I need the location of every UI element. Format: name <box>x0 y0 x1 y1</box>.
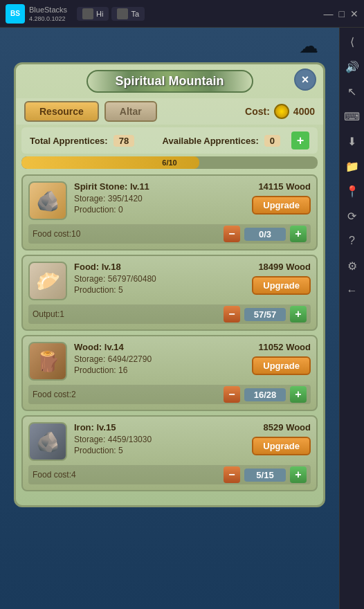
total-apprentices-value: 78 <box>113 135 134 147</box>
panel-title: Spiritual Mountain <box>116 74 224 88</box>
resource-header-0: 🪨 Spirit Stone: lv.11 Storage: 395/1420 … <box>28 181 311 220</box>
close-window-icon[interactable]: ✕ <box>350 8 358 19</box>
resource-production-3: Production: 5 <box>74 446 245 455</box>
sidebar-rotate-icon[interactable]: ⟳ <box>344 208 361 224</box>
sidebar-settings-icon[interactable]: ⚙ <box>344 257 361 274</box>
game-area: ☁ Spiritual Mountain × Resource Altar Co… <box>0 28 339 609</box>
sidebar-back-icon[interactable]: ← <box>344 282 361 299</box>
cost-value: 4000 <box>293 106 315 117</box>
resource-right-2: 11052 Wood Upgrade <box>252 342 311 375</box>
bs-tab-0[interactable]: Hi <box>77 7 109 21</box>
bs-tab-1[interactable]: Ta <box>111 7 145 21</box>
stepper-value-3: 5/15 <box>244 469 286 482</box>
footer-label-3: Food cost:4 <box>33 470 76 480</box>
panel-title-bg: Spiritual Mountain <box>87 70 253 93</box>
sidebar-location-icon[interactable]: 📍 <box>344 183 361 199</box>
footer-label-2: Food cost:2 <box>33 390 76 399</box>
cloud-decoration: ☁ <box>299 35 318 57</box>
stepper-0: − 0/3 + <box>224 226 307 242</box>
resource-header-1: 🥟 Food: lv.18 Storage: 56797/60480 Produ… <box>28 262 311 300</box>
resource-name-3: Iron: lv.15 <box>74 422 245 433</box>
footer-label-0: Food cost:10 <box>33 229 80 239</box>
resource-footer-0: Food cost:10 − 0/3 + <box>28 224 311 244</box>
panel-title-bar: Spiritual Mountain × <box>16 64 323 96</box>
bluestacks-title: BlueStacks 4.280.0.1022 <box>29 6 67 22</box>
resource-storage-3: Storage: 4459/13030 <box>74 435 245 444</box>
cost-label: Cost: <box>245 106 270 117</box>
stepper-minus-0[interactable]: − <box>224 226 240 242</box>
minimize-icon[interactable]: — <box>324 8 334 19</box>
sidebar-download-icon[interactable]: ⬇ <box>344 133 361 149</box>
bs-tab-icon-0 <box>82 8 93 19</box>
bs-tab-icon-1 <box>117 8 128 19</box>
panel-close-button[interactable]: × <box>294 69 316 91</box>
stepper-plus-2[interactable]: + <box>290 386 307 403</box>
bs-controls: — □ ✕ <box>324 8 358 19</box>
tab-altar[interactable]: Altar <box>104 101 157 122</box>
available-apprentices-value: 0 <box>264 135 280 147</box>
resource-info-1: Food: lv.18 Storage: 56797/60480 Product… <box>74 262 245 295</box>
stepper-plus-0[interactable]: + <box>290 226 307 242</box>
stepper-1: − 57/57 + <box>224 306 307 322</box>
cost-area: Cost: 4000 <box>245 104 315 119</box>
resource-storage-0: Storage: 395/1420 <box>74 194 245 203</box>
maximize-icon[interactable]: □ <box>339 8 345 19</box>
stepper-value-2: 16/28 <box>244 388 286 401</box>
tabs-row: Resource Altar Cost: 4000 <box>16 98 323 125</box>
bluestacks-logo: BS <box>6 4 25 24</box>
resource-name-0: Spirit Stone: lv.11 <box>74 181 245 192</box>
total-apprentices-label: Total Apprentices: <box>30 136 108 146</box>
upgrade-button-0[interactable]: Upgrade <box>252 196 311 215</box>
upgrade-button-3[interactable]: Upgrade <box>252 437 311 455</box>
upgrade-button-2[interactable]: Upgrade <box>252 356 311 375</box>
resource-storage-2: Storage: 6494/22790 <box>74 354 245 364</box>
sidebar-keyboard-icon[interactable]: ⌨ <box>344 108 361 125</box>
stepper-minus-1[interactable]: − <box>224 306 240 322</box>
resource-header-3: 🪨 Iron: lv.15 Storage: 4459/13030 Produc… <box>28 422 311 461</box>
bluestacks-tabs: Hi Ta <box>77 7 145 21</box>
resource-item-wood: 🪵 Wood: lv.14 Storage: 6494/22790 Produc… <box>21 335 318 411</box>
sidebar-folder-icon[interactable]: 📁 <box>344 158 361 174</box>
resource-storage-1: Storage: 56797/60480 <box>74 274 245 284</box>
resource-production-2: Production: 16 <box>74 365 245 375</box>
resource-right-1: 18499 Wood Upgrade <box>252 262 311 295</box>
upgrade-button-1[interactable]: Upgrade <box>252 276 311 295</box>
wood-cost-2: 11052 Wood <box>258 342 311 352</box>
iron-icon: 🪨 <box>28 422 67 461</box>
resource-footer-3: Food cost:4 − 5/15 + <box>28 465 311 484</box>
stepper-minus-2[interactable]: − <box>224 386 240 403</box>
add-apprentice-button[interactable]: + <box>291 131 309 149</box>
resource-right-3: 8529 Wood Upgrade <box>252 422 311 455</box>
resource-info-2: Wood: lv.14 Storage: 6494/22790 Producti… <box>74 342 245 375</box>
progress-bar-container: 6/10 <box>21 156 318 169</box>
resource-production-0: Production: 0 <box>74 205 245 215</box>
right-sidebar: ⟨ 🔊 ↖ ⌨ ⬇ 📁 📍 ⟳ ? ⚙ ← <box>339 28 364 609</box>
resource-item-iron: 🪨 Iron: lv.15 Storage: 4459/13030 Produc… <box>21 415 318 491</box>
stepper-plus-3[interactable]: + <box>290 466 307 483</box>
stepper-3: − 5/15 + <box>224 466 307 483</box>
resource-right-0: 14115 Wood Upgrade <box>252 181 311 215</box>
spiritual-mountain-panel: Spiritual Mountain × Resource Altar Cost… <box>14 62 325 507</box>
resource-item-spirit-stone: 🪨 Spirit Stone: lv.11 Storage: 395/1420 … <box>21 174 318 251</box>
wood-cost-0: 14115 Wood <box>258 181 311 192</box>
stepper-minus-3[interactable]: − <box>224 466 240 483</box>
resource-footer-1: Output:1 − 57/57 + <box>28 304 311 324</box>
available-apprentices-label: Available Apprentices: <box>163 136 259 146</box>
sidebar-question-icon[interactable]: ? <box>344 233 361 249</box>
stepper-value-1: 57/57 <box>244 308 286 321</box>
resource-info-3: Iron: lv.15 Storage: 4459/13030 Producti… <box>74 422 245 455</box>
progress-text: 6/10 <box>162 158 176 167</box>
resource-production-1: Production: 5 <box>74 285 245 295</box>
food-icon: 🥟 <box>28 262 67 300</box>
sidebar-cursor-icon[interactable]: ↖ <box>344 83 361 100</box>
stepper-plus-1[interactable]: + <box>290 306 307 322</box>
sidebar-expand-icon[interactable]: ⟨ <box>344 33 361 50</box>
sidebar-volume-icon[interactable]: 🔊 <box>344 58 361 75</box>
stats-row: Total Apprentices: 78 Available Apprenti… <box>21 127 318 154</box>
tab-resource[interactable]: Resource <box>24 101 99 122</box>
wood-cost-3: 8529 Wood <box>264 422 311 433</box>
resource-name-2: Wood: lv.14 <box>74 342 245 352</box>
wood-icon: 🪵 <box>28 342 67 381</box>
stepper-value-0: 0/3 <box>244 228 286 241</box>
spirit-stone-icon: 🪨 <box>28 181 67 220</box>
